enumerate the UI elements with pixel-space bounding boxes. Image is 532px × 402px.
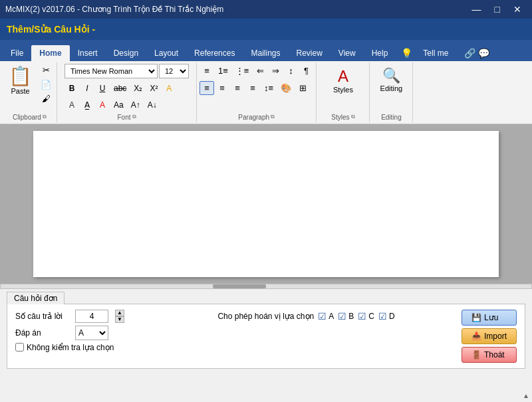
check-D[interactable]: ☑ D <box>378 311 395 322</box>
tab-help[interactable]: Help <box>364 45 396 61</box>
ribbon-body: 📋 Paste ✂ 📄 🖌 Clipboard ⧉ Times New Roma… <box>0 61 532 124</box>
font-name-select[interactable]: Times New Roman <box>65 64 158 78</box>
decrease-indent-button[interactable]: ⇐ <box>253 64 267 78</box>
editing-button[interactable]: 🔍 Editing <box>376 64 408 96</box>
khong-kiem-tra-checkbox[interactable] <box>15 343 24 352</box>
thoat-button[interactable]: 🚪 Thoát <box>462 347 517 363</box>
khong-kiem-tra-label[interactable]: Không kiểm tra lựa chọn <box>15 343 114 352</box>
tab-view[interactable]: View <box>331 45 364 61</box>
check-A[interactable]: ☑ A <box>318 311 334 322</box>
clipboard-expand-icon[interactable]: ⧉ <box>43 114 47 120</box>
document-page[interactable] <box>33 131 499 277</box>
tab-design[interactable]: Design <box>106 45 146 61</box>
styles-button[interactable]: A Styles <box>327 64 359 97</box>
grow-font-button[interactable]: A↑ <box>128 98 144 112</box>
font-size-select[interactable]: 12 <box>159 64 189 78</box>
tab-mailings[interactable]: Mailings <box>243 45 288 61</box>
panel-body: Số câu trả lời ▲ ▼ Cho phép hoán vị lựa … <box>0 304 532 373</box>
paragraph-group-label: Paragraph ⧉ <box>200 112 313 121</box>
multilevel-list-button[interactable]: ⋮≡ <box>232 64 253 78</box>
font-color-a-button[interactable]: A <box>65 98 79 112</box>
font-group-label: Font ⧉ <box>60 112 194 121</box>
justify-button[interactable]: ≡ <box>245 81 260 96</box>
strikethrough-button[interactable]: abc <box>110 82 130 96</box>
bold-button[interactable]: B <box>65 82 79 96</box>
align-left-button[interactable]: ≡ <box>200 81 214 96</box>
paragraph-group: ≡ 1≡ ⋮≡ ⇐ ⇒ ↕ ¶ ≡ ≡ ≡ ≡ ↕≡ 🎨 ⊞ Paragraph… <box>197 62 317 122</box>
paragraph-expand-icon[interactable]: ⧉ <box>271 114 275 120</box>
font-expand-icon[interactable]: ⧉ <box>132 114 136 120</box>
text-highlight-button[interactable]: A <box>162 82 176 96</box>
share-icon[interactable]: 🔗 <box>464 48 475 58</box>
checkbox-C-icon[interactable]: ☑ <box>358 311 366 322</box>
editing-group: 🔍 Editing Editing <box>370 62 413 122</box>
italic-button[interactable]: I <box>80 82 94 96</box>
check-C[interactable]: ☑ C <box>358 311 374 322</box>
tab-layout[interactable]: Layout <box>146 45 186 61</box>
so-cau-input[interactable] <box>75 310 108 323</box>
check-B[interactable]: ☑ B <box>338 311 354 322</box>
tab-tell-me[interactable]: Tell me <box>415 45 456 61</box>
cho-phep-label: Cho phép hoán vị lựa chọn <box>217 312 314 321</box>
editing-icon: 🔍 <box>382 67 400 84</box>
align-right-button[interactable]: ≡ <box>230 81 245 96</box>
line-spacing-button[interactable]: ↕≡ <box>261 81 277 96</box>
paste-button[interactable]: 📋 Paste <box>5 64 35 98</box>
scroll-thumb[interactable] <box>213 284 266 288</box>
tab-references[interactable]: References <box>186 45 243 61</box>
thoat-icon: 🚪 <box>471 350 481 359</box>
choices-row: Cho phép hoán vị lựa chọn ☑ A ☑ B ☑ <box>151 311 462 322</box>
change-case-button[interactable]: Aa <box>110 98 127 112</box>
tab-review[interactable]: Review <box>288 45 330 61</box>
title-text: McMIX(2) v2017.06 - Chương Trình Trộn Đề… <box>5 5 223 14</box>
copy-button[interactable]: 📄 <box>38 78 54 92</box>
paste-label: Paste <box>11 87 29 95</box>
tab-file[interactable]: File <box>3 45 31 61</box>
sort-button[interactable]: ↕ <box>283 64 298 78</box>
numbered-list-button[interactable]: 1≡ <box>215 64 231 78</box>
font-selects: Times New Roman 12 <box>65 64 189 78</box>
styles-group: A Styles Styles ⧉ <box>317 62 370 122</box>
panel-main-row: Số câu trả lời ▲ ▼ Cho phép hoán vị lựa … <box>15 310 517 363</box>
spinner-down[interactable]: ▼ <box>115 316 124 323</box>
title-bar: McMIX(2) v2017.06 - Chương Trình Trộn Đề… <box>0 0 532 19</box>
paragraph-content: ≡ 1≡ ⋮≡ ⇐ ⇒ ↕ ¶ ≡ ≡ ≡ ≡ ↕≡ 🎨 ⊞ <box>200 64 313 112</box>
align-center-button[interactable]: ≡ <box>215 81 229 96</box>
border-button[interactable]: ⊞ <box>295 81 310 96</box>
format-painter-button[interactable]: 🖌 <box>38 92 54 106</box>
maximize-button[interactable]: □ <box>489 3 505 15</box>
panel-left: Số câu trả lời ▲ ▼ Cho phép hoán vị lựa … <box>15 310 462 352</box>
cut-button[interactable]: ✂ <box>38 64 54 77</box>
increase-indent-button[interactable]: ⇒ <box>268 64 283 78</box>
luu-button[interactable]: 💾 Lưu <box>462 310 517 326</box>
spinner-up[interactable]: ▲ <box>115 310 124 316</box>
checkbox-D-icon[interactable]: ☑ <box>378 311 387 322</box>
panel-tab[interactable]: Câu hỏi đơn <box>7 292 65 304</box>
clipboard-label: Clipboard ⧉ <box>5 112 54 121</box>
app-header-text: Thêm/Sửa Câu Hỏi - <box>7 24 95 35</box>
choice-A-label: A <box>329 312 334 321</box>
checkbox-B-icon[interactable]: ☑ <box>338 311 346 322</box>
shading-button[interactable]: 🎨 <box>277 81 295 96</box>
font-color-button[interactable]: A <box>95 98 110 112</box>
horizontal-scrollbar[interactable] <box>0 284 532 289</box>
styles-group-bottom-label: Styles ⧉ <box>319 112 366 121</box>
import-button[interactable]: 📥 Import <box>462 328 517 344</box>
subscript-button[interactable]: X₂ <box>130 82 146 96</box>
text-effect-button[interactable]: A̲ <box>80 98 94 112</box>
tab-home[interactable]: Home <box>31 45 69 61</box>
styles-expand-icon[interactable]: ⧉ <box>351 114 355 120</box>
shrink-font-button[interactable]: A↓ <box>144 98 160 112</box>
dap-an-select[interactable]: A <box>75 326 108 340</box>
tab-insert[interactable]: Insert <box>70 45 106 61</box>
bullets-button[interactable]: ≡ <box>200 64 214 78</box>
checkbox-A-icon[interactable]: ☑ <box>318 311 327 322</box>
comment-icon[interactable]: 💬 <box>478 48 489 58</box>
underline-button[interactable]: U <box>95 82 110 96</box>
ribbon-collapse-button[interactable]: ▲ <box>523 392 529 399</box>
minimize-button[interactable]: — <box>467 3 487 15</box>
superscript-button[interactable]: X² <box>146 82 161 96</box>
window-controls: — □ ✕ <box>467 3 527 15</box>
show-hide-button[interactable]: ¶ <box>299 64 313 78</box>
close-button[interactable]: ✕ <box>508 3 527 15</box>
